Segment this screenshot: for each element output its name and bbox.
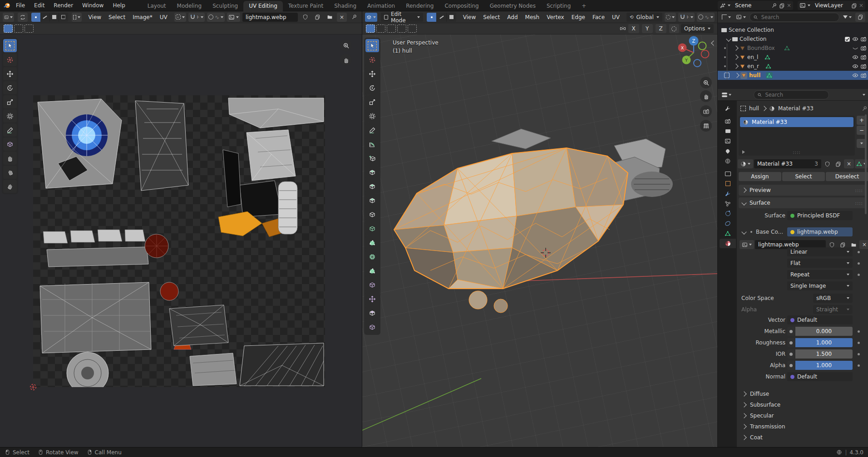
en-r-hide-icon[interactable]: [852, 63, 858, 69]
vp-select-invert-button[interactable]: [397, 25, 406, 33]
tab-geometry-nodes[interactable]: Geometry Nodes: [484, 1, 541, 11]
snap-magnet-toggle[interactable]: ⊦: [678, 13, 695, 22]
vp-tool-measure[interactable]: [365, 138, 379, 151]
mirror-y-button[interactable]: Y: [642, 24, 653, 33]
uv-tool-grab[interactable]: [3, 152, 17, 165]
vp-menu-add[interactable]: Add: [504, 13, 521, 21]
material-users-count[interactable]: 3: [814, 161, 818, 167]
vp-tool-select-box[interactable]: [365, 39, 379, 52]
mirror-x-button[interactable]: X: [628, 24, 639, 33]
uv-menu-select[interactable]: Select: [105, 13, 128, 21]
outliner-filter-dropdown[interactable]: [842, 13, 853, 22]
vp-zoom-button[interactable]: [700, 77, 712, 88]
add-workspace-button[interactable]: +: [576, 1, 592, 11]
surface-panel-header[interactable]: Surface::::: [739, 197, 867, 208]
uv-image-browse-button[interactable]: [227, 13, 240, 22]
tab-animation[interactable]: Animation: [362, 1, 400, 11]
mode-dropdown[interactable]: Edit Mode: [381, 13, 424, 22]
tab-view-layer[interactable]: [720, 136, 736, 146]
viewport-scene[interactable]: [362, 34, 717, 447]
base-color-value[interactable]: lightmap.webp: [787, 227, 853, 236]
viewport-editor-type-button[interactable]: [365, 13, 377, 22]
tab-scene[interactable]: [720, 146, 736, 156]
source-dropdown[interactable]: Single Image: [787, 281, 853, 290]
vp-select-intersect-button[interactable]: [408, 25, 417, 33]
uv-tool-pinch[interactable]: [3, 180, 17, 193]
vp-menu-select[interactable]: Select: [480, 13, 503, 21]
breadcrumb-object[interactable]: hull: [749, 105, 759, 112]
vp-menu-view[interactable]: View: [460, 13, 479, 21]
normal-value[interactable]: Default: [787, 372, 853, 381]
scene-collection-row[interactable]: Scene Collection: [718, 25, 868, 34]
metallic-socket-chip[interactable]: [787, 327, 794, 336]
mirror-z-button[interactable]: Z: [656, 24, 666, 33]
vector-value[interactable]: Default: [787, 315, 853, 324]
tab-object-data[interactable]: [720, 229, 736, 238]
snap-individual-icon[interactable]: [669, 24, 679, 33]
vp-tool-transform[interactable]: [365, 109, 379, 123]
menu-window[interactable]: Window: [78, 1, 108, 10]
uv-tool-transform[interactable]: [3, 109, 17, 123]
tab-render[interactable]: [720, 116, 736, 126]
en-l-hide-icon[interactable]: [852, 54, 858, 60]
decorator-dot[interactable]: [858, 364, 860, 367]
coat-panel-header[interactable]: Coat: [739, 432, 867, 442]
material-browse-button[interactable]: [738, 159, 753, 168]
vp-menu-vertex[interactable]: Vertex: [543, 13, 567, 21]
uv-select-mode-edge[interactable]: [41, 13, 50, 22]
boundbox-expand-icon[interactable]: [733, 45, 738, 50]
interpolation-dropdown[interactable]: Linear: [787, 247, 853, 256]
scene-name[interactable]: Scene: [732, 2, 769, 9]
vp-select-subtract-button[interactable]: [387, 25, 396, 33]
color-space-dropdown[interactable]: sRGB: [813, 294, 853, 303]
uv-image-canvas[interactable]: [33, 95, 325, 387]
snap-dropdown[interactable]: [665, 13, 676, 22]
uv-image-open-icon[interactable]: [325, 13, 335, 22]
uv-menu-image[interactable]: Image*: [129, 13, 156, 21]
tab-constraints[interactable]: [720, 219, 736, 228]
decorator-dot[interactable]: [858, 330, 860, 333]
outliner-search-input[interactable]: [760, 14, 836, 21]
vp-tool-add-cube[interactable]: [365, 152, 379, 165]
tab-modifiers[interactable]: [720, 189, 736, 198]
vp-tool-extrude-region[interactable]: [365, 166, 379, 179]
tab-sculpting[interactable]: Sculpting: [207, 1, 243, 11]
en-l-render-icon[interactable]: [860, 54, 867, 60]
vp-tool-bevel[interactable]: [365, 194, 379, 207]
scene-icon[interactable]: [720, 2, 726, 9]
menu-file[interactable]: File: [12, 1, 29, 10]
collection-checkbox-icon[interactable]: [844, 36, 850, 42]
vp-tool-rip-region[interactable]: [365, 320, 379, 334]
material-unlink-icon[interactable]: ×: [844, 159, 854, 168]
view-layer-new-icon[interactable]: [851, 3, 857, 9]
vp-tool-shrink-fatten[interactable]: [365, 292, 379, 305]
vp-camera-view-button[interactable]: [700, 105, 712, 117]
uv-select-extend-button[interactable]: [14, 25, 23, 33]
transmission-panel-header[interactable]: Transmission: [739, 422, 867, 432]
hull-expand-icon[interactable]: [734, 73, 739, 78]
hull-render-icon[interactable]: [860, 72, 867, 79]
ior-socket-chip[interactable]: [787, 349, 794, 359]
menu-render[interactable]: Render: [49, 1, 77, 10]
vp-select-new-button[interactable]: [366, 25, 375, 33]
collection-render-icon[interactable]: [860, 36, 867, 42]
tab-uv-editing[interactable]: UV Editing: [243, 1, 283, 11]
view-layer-caret[interactable]: [808, 5, 810, 6]
uv-menu-uv[interactable]: UV: [157, 13, 171, 21]
uv-pivot-dropdown[interactable]: [174, 13, 186, 22]
vp-menu-face[interactable]: Face: [589, 13, 608, 21]
uv-snap-dropdown[interactable]: ⊦: [188, 13, 205, 22]
select-mode-vertex[interactable]: [427, 13, 437, 22]
properties-options-caret[interactable]: [863, 94, 865, 96]
view-layer-icon[interactable]: [799, 2, 806, 9]
decorator-dot[interactable]: [858, 251, 860, 253]
uv-zoom-button[interactable]: [340, 39, 352, 51]
uv-tool-move[interactable]: [3, 67, 17, 80]
tab-output[interactable]: [720, 126, 736, 136]
object-row-hull[interactable]: hull: [718, 71, 868, 80]
alpha-mode-dropdown[interactable]: Straight: [813, 305, 853, 314]
tab-shading[interactable]: Shading: [329, 1, 362, 11]
vp-tool-smooth[interactable]: [365, 264, 379, 277]
menu-help[interactable]: Help: [108, 1, 129, 10]
vp-menu-mesh[interactable]: Mesh: [522, 13, 543, 21]
